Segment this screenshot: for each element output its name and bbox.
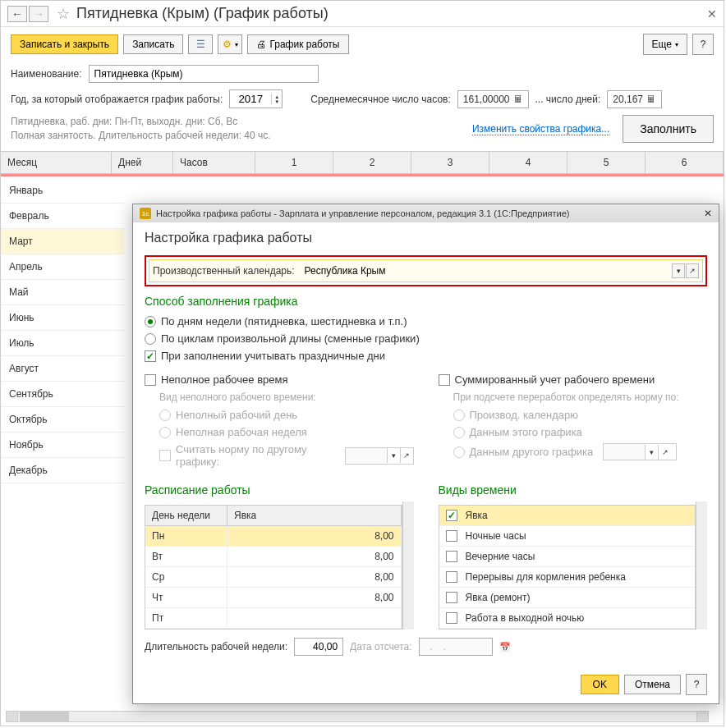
table-header: Месяц Дней Часов 1 2 3 4 5 6 <box>1 151 724 174</box>
avg-days-label: ... число дней: <box>535 94 601 105</box>
month-row[interactable]: Август <box>1 356 124 382</box>
types-heading: Виды времени <box>439 483 708 497</box>
month-row[interactable]: Октябрь <box>1 407 124 433</box>
type-checkbox[interactable] <box>446 612 457 624</box>
back-button[interactable]: ← <box>7 6 27 22</box>
year-input[interactable] <box>230 90 271 108</box>
close-button[interactable]: ✕ <box>707 7 717 21</box>
calc-icon: 🖩 <box>513 94 523 105</box>
othergraph-combo: ▾↗ <box>603 443 677 460</box>
sched-th-day: День недели <box>145 506 227 525</box>
fill-method-heading: Способ заполнения графика <box>145 295 707 308</box>
horizontal-scrollbar[interactable] <box>6 711 709 722</box>
cancel-button[interactable]: Отмена <box>624 675 681 694</box>
scroll-left[interactable] <box>7 712 18 721</box>
radio-thisgraph <box>453 427 465 438</box>
type-checkbox[interactable] <box>446 571 457 583</box>
check-parttime[interactable] <box>145 374 156 386</box>
radio-cycles[interactable] <box>145 333 156 345</box>
name-label: Наименование: <box>11 68 82 80</box>
sched-th-attend: Явка <box>227 506 402 525</box>
redline-separator <box>1 174 724 176</box>
favorite-icon[interactable]: ☆ <box>57 5 70 23</box>
year-down[interactable]: ▼ <box>272 99 282 104</box>
radio-othergraph <box>453 446 465 458</box>
type-checkbox[interactable] <box>446 551 457 562</box>
schedule-button[interactable]: 🖨График работы <box>247 34 348 54</box>
start-date-input <box>419 638 493 656</box>
year-spinner[interactable]: ▲▼ <box>229 89 283 108</box>
month-row[interactable]: Декабрь <box>1 458 124 483</box>
dialog-heading: Настройка графика работы <box>145 231 707 245</box>
start-date-label: Дата отсчета: <box>350 641 411 652</box>
type-row[interactable]: Явка <box>439 506 696 526</box>
avg-days-value[interactable]: 20,167🖩 <box>607 90 662 108</box>
month-row[interactable]: Май <box>1 280 124 305</box>
app-icon: 1c <box>140 208 151 219</box>
dialog-help-button[interactable]: ? <box>686 674 707 695</box>
month-row[interactable]: Июнь <box>1 305 124 331</box>
schedule-row[interactable]: Ср8,00 <box>145 567 402 588</box>
avg-hours-label: Среднемесячное число часов: <box>310 94 451 105</box>
month-row[interactable]: Июль <box>1 331 124 356</box>
check-holidays[interactable] <box>145 350 156 362</box>
month-row[interactable]: Ноябрь <box>1 433 124 458</box>
week-duration-label: Длительность рабочей недели: <box>145 641 287 652</box>
type-checkbox[interactable] <box>446 592 457 603</box>
schedule-heading: Расписание работы <box>145 483 414 497</box>
month-row[interactable]: Март <box>1 229 124 254</box>
gear-icon: ⚙ <box>223 39 232 50</box>
week-duration-input[interactable] <box>294 638 343 656</box>
schedule-row[interactable]: Пн8,00 <box>145 526 402 547</box>
save-close-button[interactable]: Записать и закрыть <box>11 34 118 54</box>
schedule-row[interactable]: Вт8,00 <box>145 547 402 567</box>
scroll-thumb[interactable] <box>20 712 69 721</box>
gear-dropdown-button[interactable]: ⚙ ▾ <box>218 34 242 54</box>
calendar-input[interactable] <box>301 263 665 279</box>
calendar-dropdown[interactable]: ▾ <box>672 263 685 278</box>
type-row[interactable]: Ночные часы <box>439 526 696 547</box>
othernorm-combo: ▾↗ <box>345 447 414 465</box>
radio-partday <box>159 410 171 421</box>
type-checkbox[interactable] <box>446 510 457 521</box>
radio-partweek <box>159 427 171 438</box>
sched-scrollbar[interactable] <box>402 501 414 630</box>
calendar-icon: 📅 <box>499 642 511 652</box>
list-button[interactable]: ☰ <box>188 34 213 54</box>
type-row[interactable]: Явка (ремонт) <box>439 588 696 608</box>
dialog-title: Настройка графика работы - Зарплата и уп… <box>156 208 570 218</box>
radio-prodcal <box>453 410 465 421</box>
fill-button[interactable]: Заполнить <box>623 115 714 143</box>
forward-button[interactable]: → <box>29 6 48 22</box>
change-properties-link[interactable]: Изменить свойства графика... <box>472 123 609 135</box>
types-scrollbar[interactable] <box>696 501 707 630</box>
month-row[interactable]: Февраль <box>1 204 124 229</box>
list-icon: ☰ <box>196 39 205 50</box>
schedule-row[interactable]: Чт8,00 <box>145 588 402 608</box>
calendar-open[interactable]: ↗ <box>686 263 699 278</box>
schedule-row[interactable]: Пт <box>145 608 402 629</box>
settings-dialog: 1c Настройка графика работы - Зарплата и… <box>132 204 719 704</box>
type-checkbox[interactable] <box>446 530 457 542</box>
scroll-right[interactable] <box>696 712 708 721</box>
help-button[interactable]: ? <box>692 34 714 55</box>
name-input[interactable] <box>89 65 319 83</box>
check-summed[interactable] <box>439 374 450 386</box>
more-button[interactable]: Еще ▾ <box>643 34 687 55</box>
type-row[interactable]: Перерывы для кормления ребенка <box>439 567 696 588</box>
th-month: Месяц <box>1 152 112 173</box>
type-row[interactable]: Работа в выходной ночью <box>439 608 696 629</box>
check-othernorm <box>159 450 171 461</box>
desc-line-2: Полная занятость. Длительность рабочей н… <box>11 129 271 143</box>
month-row[interactable]: Сентябрь <box>1 382 124 407</box>
avg-hours-value[interactable]: 161,00000🖩 <box>457 90 529 108</box>
save-button[interactable]: Записать <box>123 34 183 54</box>
month-row[interactable]: Январь <box>1 178 124 204</box>
ok-button[interactable]: OK <box>581 675 619 694</box>
th-hours: Часов <box>173 152 255 173</box>
dialog-close-button[interactable]: ✕ <box>704 208 712 219</box>
month-row[interactable]: Апрель <box>1 254 124 280</box>
desc-line-1: Пятидневка, раб. дни: Пн-Пт, выходн. дни… <box>11 115 271 129</box>
radio-weekly[interactable] <box>145 316 156 327</box>
type-row[interactable]: Вечерние часы <box>439 547 696 567</box>
